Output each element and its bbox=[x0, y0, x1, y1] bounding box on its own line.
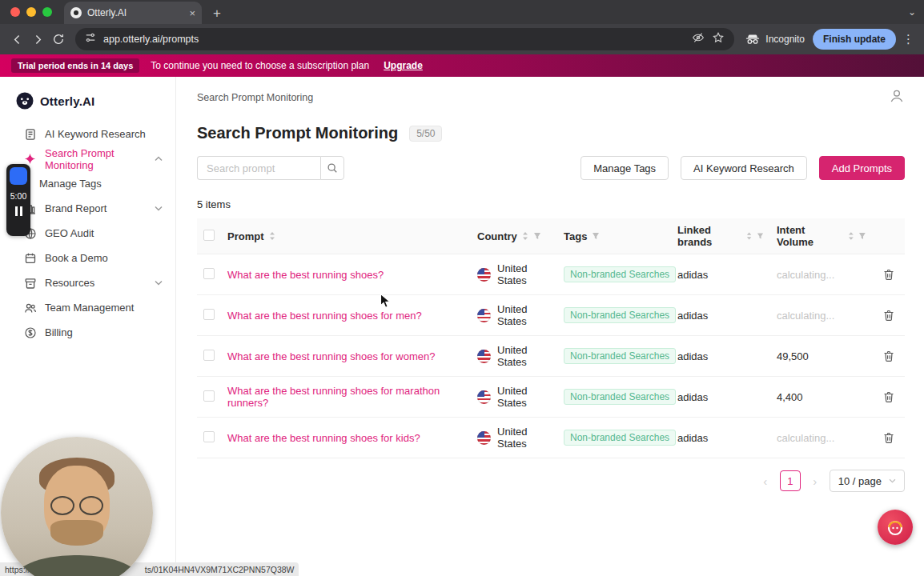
search-input[interactable] bbox=[197, 156, 320, 180]
sidebar-item-label: Search Prompt Monitoring bbox=[45, 147, 139, 171]
column-header-tags[interactable]: Tags bbox=[557, 218, 671, 254]
manage-tags-button[interactable]: Manage Tags bbox=[581, 156, 669, 180]
browser-menu-button[interactable]: ⋮ bbox=[902, 32, 914, 46]
prompt-link[interactable]: What are the best running shoes for men? bbox=[227, 310, 422, 322]
sidebar-item-label: Resources bbox=[45, 277, 94, 289]
reload-button[interactable] bbox=[48, 29, 69, 50]
minimize-window-button[interactable] bbox=[26, 7, 36, 17]
select-all-checkbox[interactable] bbox=[203, 230, 215, 241]
delete-prompt-button[interactable] bbox=[883, 391, 894, 403]
url-text[interactable]: app.otterly.ai/prompts bbox=[103, 34, 685, 45]
column-label: Country bbox=[477, 230, 517, 242]
main-content: Search Prompt Monitoring Search Prompt M… bbox=[176, 77, 924, 576]
bookmark-star-icon[interactable] bbox=[712, 31, 725, 47]
filter-icon[interactable] bbox=[858, 232, 866, 240]
prompt-link[interactable]: What are the best running shoes for kids… bbox=[227, 432, 420, 444]
column-header-prompt[interactable]: Prompt bbox=[221, 218, 471, 254]
otterly-logo-icon bbox=[16, 92, 34, 110]
row-checkbox[interactable] bbox=[203, 350, 215, 361]
pagination: ‹ 1 › 10 / page bbox=[197, 470, 905, 492]
row-checkbox[interactable] bbox=[203, 431, 215, 442]
incognito-indicator[interactable]: Incognito bbox=[745, 34, 805, 45]
finish-update-button[interactable]: Finish update bbox=[813, 29, 896, 50]
recording-pause-button[interactable] bbox=[15, 206, 22, 216]
sorter-icon[interactable] bbox=[522, 231, 528, 241]
zoom-window-button[interactable] bbox=[42, 7, 52, 17]
filter-icon[interactable] bbox=[592, 232, 600, 240]
linked-brand: adidas bbox=[677, 432, 708, 444]
sidebar-item-team-management[interactable]: Team Management bbox=[0, 295, 175, 320]
trial-message: To continue you need to choose a subscri… bbox=[151, 60, 369, 71]
delete-prompt-button[interactable] bbox=[883, 432, 894, 444]
prompt-link[interactable]: What are the best running shoes? bbox=[227, 269, 384, 281]
intent-volume: calculating... bbox=[777, 432, 834, 444]
filter-icon[interactable] bbox=[757, 232, 764, 240]
next-page-button[interactable]: › bbox=[807, 474, 823, 488]
otterly-logo[interactable]: Otterly.AI bbox=[0, 77, 175, 114]
close-window-button[interactable] bbox=[10, 7, 20, 17]
search-icon bbox=[327, 162, 338, 174]
sidebar-item-resources[interactable]: Resources bbox=[0, 270, 175, 295]
row-checkbox[interactable] bbox=[203, 309, 215, 320]
trial-countdown-badge: Trial period ends in 14 days bbox=[11, 58, 139, 73]
prompt-link[interactable]: What are the best running shoes for wome… bbox=[227, 350, 435, 362]
sorter-icon[interactable] bbox=[848, 231, 854, 241]
close-tab-icon[interactable]: × bbox=[189, 8, 195, 18]
trash-icon bbox=[883, 310, 894, 322]
filter-icon[interactable] bbox=[533, 232, 541, 240]
intent-volume: 4,400 bbox=[777, 391, 803, 403]
trash-icon bbox=[883, 391, 894, 403]
tab-title: Otterly.AI bbox=[87, 7, 183, 18]
prompt-link[interactable]: What are the best running shoes for mara… bbox=[227, 385, 440, 409]
items-count: 5 items bbox=[197, 198, 905, 210]
chevron-up-icon bbox=[155, 156, 163, 162]
column-label: Linked brands bbox=[677, 224, 741, 248]
page-size-value: 10 / page bbox=[838, 475, 882, 487]
table-row: What are the best running shoes for wome… bbox=[197, 336, 905, 377]
intent-volume: calculating... bbox=[777, 269, 834, 281]
row-checkbox[interactable] bbox=[203, 390, 215, 402]
trash-icon bbox=[883, 269, 894, 281]
address-bar[interactable]: app.otterly.ai/prompts bbox=[75, 28, 734, 50]
delete-prompt-button[interactable] bbox=[883, 269, 894, 281]
site-info-icon[interactable] bbox=[85, 32, 96, 46]
ai-keyword-research-button[interactable]: AI Keyword Research bbox=[681, 156, 807, 180]
user-avatar-button[interactable] bbox=[889, 88, 905, 107]
country-name: United States bbox=[497, 426, 551, 450]
sidebar-item-label: GEO Audit bbox=[45, 227, 94, 239]
add-prompts-button[interactable]: Add Prompts bbox=[819, 156, 905, 180]
us-flag-icon bbox=[477, 268, 491, 282]
delete-prompt-button[interactable] bbox=[883, 350, 894, 362]
column-header-linked-brands[interactable]: Linked brands bbox=[671, 218, 770, 254]
column-header-intent-volume[interactable]: Intent Volume bbox=[770, 218, 873, 254]
sidebar-item-book-a-demo[interactable]: Book a Demo bbox=[0, 246, 175, 270]
sorter-icon[interactable] bbox=[269, 231, 275, 241]
sidebar-item-ai-keyword-research[interactable]: AI Keyword Research bbox=[0, 122, 175, 146]
intent-volume: calculating... bbox=[777, 310, 834, 322]
tab-favicon-icon bbox=[70, 7, 82, 18]
new-tab-button[interactable]: + bbox=[213, 6, 221, 20]
page-number-button[interactable]: 1 bbox=[780, 470, 801, 491]
sidebar-item-billing[interactable]: Billing bbox=[0, 320, 175, 345]
incognito-label: Incognito bbox=[765, 34, 805, 45]
logo-text: Otterly.AI bbox=[40, 94, 94, 108]
upgrade-link[interactable]: Upgrade bbox=[384, 60, 423, 71]
browser-toolbar: app.otterly.ai/prompts Incognito Finish … bbox=[0, 24, 924, 54]
sparkle-icon bbox=[24, 153, 37, 166]
recording-stop-button[interactable] bbox=[10, 167, 27, 185]
forward-button[interactable] bbox=[27, 29, 48, 50]
users-icon bbox=[24, 302, 37, 314]
password-eye-off-icon[interactable] bbox=[692, 31, 705, 47]
column-header-country[interactable]: Country bbox=[471, 218, 557, 254]
delete-prompt-button[interactable] bbox=[883, 310, 894, 322]
screen-recorder-widget: 5:00 bbox=[6, 164, 30, 236]
sorter-icon[interactable] bbox=[746, 231, 752, 241]
chat-widget-button[interactable] bbox=[878, 510, 913, 545]
previous-page-button[interactable]: ‹ bbox=[757, 474, 773, 488]
page-size-select[interactable]: 10 / page bbox=[830, 470, 905, 492]
browser-tab[interactable]: Otterly.AI × bbox=[64, 2, 202, 24]
search-button[interactable] bbox=[320, 156, 344, 180]
row-checkbox[interactable] bbox=[203, 268, 215, 279]
back-button[interactable] bbox=[6, 29, 27, 50]
tab-search-chevron-icon[interactable]: ⌄ bbox=[908, 6, 916, 18]
